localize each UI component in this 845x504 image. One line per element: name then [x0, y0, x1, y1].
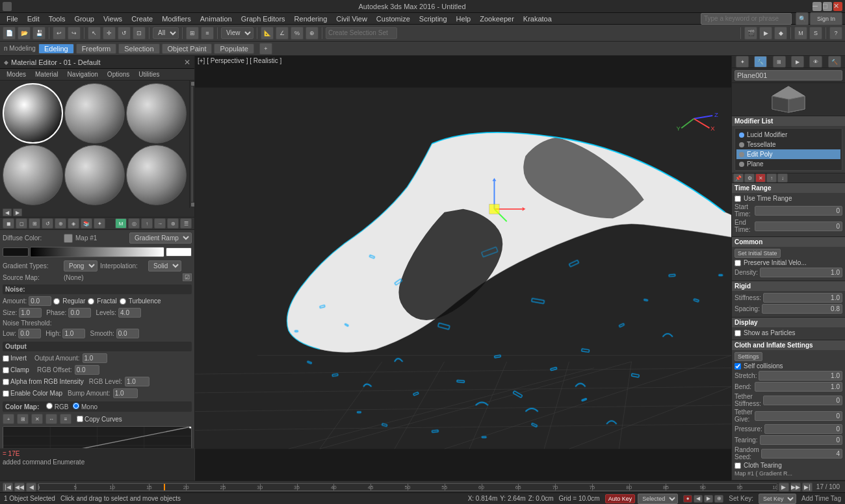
start-time-input[interactable]: [755, 206, 842, 216]
mod-delete-button[interactable]: ✕: [755, 173, 766, 183]
save-button[interactable]: 💾: [32, 27, 46, 40]
undo-button[interactable]: ↩: [53, 27, 66, 40]
menu-item-customize[interactable]: Customize: [372, 14, 414, 23]
render-button[interactable]: ▶: [759, 27, 772, 40]
material-swatch-4[interactable]: [64, 145, 125, 205]
percent-snap-button[interactable]: %: [291, 27, 304, 40]
move-button[interactable]: ✛: [103, 27, 116, 40]
mat-tab-options[interactable]: Options: [103, 70, 133, 79]
select-by-material-button[interactable]: ☰: [180, 218, 192, 229]
timeline-play-button[interactable]: ▶: [779, 483, 789, 492]
gradient-left-color[interactable]: [3, 247, 29, 257]
copy-curves-checkbox[interactable]: [77, 416, 83, 422]
spinner-snap-button[interactable]: ⊕: [306, 27, 318, 40]
mat-tab-utilities[interactable]: Utilities: [135, 70, 163, 79]
utilities-tab[interactable]: 🔨: [828, 56, 841, 68]
diffuse-color-picker[interactable]: [64, 234, 73, 243]
menu-item-scripting[interactable]: Scripting: [415, 14, 451, 23]
make-unique-button[interactable]: ◈: [68, 218, 79, 229]
close-button[interactable]: ✕: [833, 2, 842, 11]
material-editor-button[interactable]: M: [794, 27, 807, 40]
low-input[interactable]: [18, 329, 41, 338]
rgb-radio[interactable]: [46, 403, 53, 409]
show-end-result-button[interactable]: ◎: [128, 218, 140, 229]
search-button[interactable]: 🔍: [796, 12, 809, 25]
search-input[interactable]: [701, 13, 792, 25]
nav-left[interactable]: ◀: [3, 208, 12, 216]
modify-tab[interactable]: 🔧: [754, 56, 767, 68]
new-button[interactable]: 📄: [3, 27, 16, 40]
sign-in-button[interactable]: Sign In: [810, 12, 842, 25]
menu-item-graph-editors[interactable]: Graph Editors: [237, 14, 289, 23]
modifier-item-plane[interactable]: Plane: [736, 159, 840, 169]
put-to-library-button[interactable]: 📚: [81, 218, 92, 229]
maximize-button[interactable]: □: [823, 2, 832, 11]
modifier-item-tessellate[interactable]: Tessellate: [736, 140, 840, 149]
schematic-view-button[interactable]: S: [809, 27, 822, 40]
invert-checkbox[interactable]: [3, 355, 9, 362]
rgb-offset-input[interactable]: [75, 365, 99, 375]
gradient-right-color[interactable]: [166, 247, 192, 257]
copy-material-button[interactable]: ⊕: [55, 218, 66, 229]
show-as-particles-checkbox[interactable]: [734, 330, 741, 336]
density-input[interactable]: [760, 268, 842, 277]
filter-dropdown[interactable]: All: [153, 27, 179, 39]
pressure-input[interactable]: [764, 424, 842, 434]
record-button[interactable]: ●: [683, 495, 692, 503]
auto-key-button[interactable]: Auto Key: [605, 494, 636, 503]
bump-amount-input[interactable]: [113, 388, 138, 398]
key-mode-button[interactable]: ⊕: [714, 495, 723, 503]
color-map-btn1[interactable]: +: [3, 414, 14, 424]
enable-color-map-checkbox[interactable]: [3, 390, 9, 397]
use-time-range-checkbox[interactable]: [734, 195, 741, 202]
create-tab[interactable]: ✦: [736, 56, 749, 68]
mod-pin-button[interactable]: 📌: [733, 173, 744, 183]
noise-phase-input[interactable]: [68, 308, 91, 318]
go-to-parent-button[interactable]: ↑: [141, 218, 153, 229]
modifier-item-lucid-modifier[interactable]: Lucid Modifier: [736, 130, 840, 140]
modifier-item-edit-poly[interactable]: Edit Poly: [736, 149, 840, 159]
pick-material-button[interactable]: ⊛: [167, 218, 179, 229]
alpha-checkbox[interactable]: [3, 379, 9, 385]
noise-turbulence-radio[interactable]: [120, 298, 126, 305]
noise-fractal-radio[interactable]: [88, 298, 94, 305]
align-button[interactable]: ≡: [201, 27, 214, 40]
tearing-input[interactable]: [760, 435, 842, 445]
color-map-btn2[interactable]: ⊞: [17, 414, 29, 424]
minimize-button[interactable]: ─: [812, 2, 822, 11]
bend-input[interactable]: [755, 382, 842, 392]
toolbar2-item-object-paint[interactable]: Object Paint: [162, 44, 213, 54]
settings-button[interactable]: Settings: [734, 352, 762, 361]
swatch-scrollbar[interactable]: [191, 86, 193, 202]
high-input[interactable]: [62, 329, 85, 338]
key-filter-dropdown[interactable]: Selected: [638, 494, 678, 504]
scale-button[interactable]: ⊡: [133, 27, 146, 40]
material-swatch-2[interactable]: [126, 83, 187, 144]
gradient-type-dropdown[interactable]: Pong: [64, 260, 98, 271]
next-frame-button[interactable]: ▶: [704, 495, 713, 503]
color-map-btn4[interactable]: ↔: [46, 414, 57, 424]
angle-snap-button[interactable]: ∠: [276, 27, 289, 40]
source-map-checkbox[interactable]: ☑: [183, 273, 192, 281]
toolbar2-item-populate[interactable]: Populate: [214, 44, 254, 54]
gradient-bar[interactable]: [30, 247, 164, 257]
nav-right[interactable]: ▶: [13, 208, 22, 216]
preserve-vel-checkbox[interactable]: [734, 260, 741, 266]
noise-regular-radio[interactable]: [53, 298, 60, 305]
color-map-btn3[interactable]: ✕: [31, 414, 43, 424]
view-dropdown[interactable]: View: [221, 27, 254, 39]
menu-item-tools[interactable]: Tools: [45, 14, 70, 23]
material-swatch-3[interactable]: [3, 145, 63, 205]
snap-button[interactable]: 📐: [261, 27, 274, 40]
material-effects-button[interactable]: ✦: [94, 218, 105, 229]
mono-radio[interactable]: [73, 403, 79, 409]
toolbar2-item-selection[interactable]: Selection: [118, 44, 159, 54]
rotate-button[interactable]: ↺: [118, 27, 131, 40]
stiffness-input[interactable]: [763, 293, 842, 303]
redo-button[interactable]: ↪: [68, 27, 81, 40]
menu-item-zookeeper[interactable]: Zookeeper: [476, 14, 518, 23]
stretch-input[interactable]: [759, 371, 842, 381]
timeline-ruler[interactable]: 0510152025303540455055606570758085909510…: [38, 483, 777, 491]
object-name-input[interactable]: [734, 70, 842, 81]
hierarchy-tab[interactable]: ⊞: [773, 56, 786, 68]
